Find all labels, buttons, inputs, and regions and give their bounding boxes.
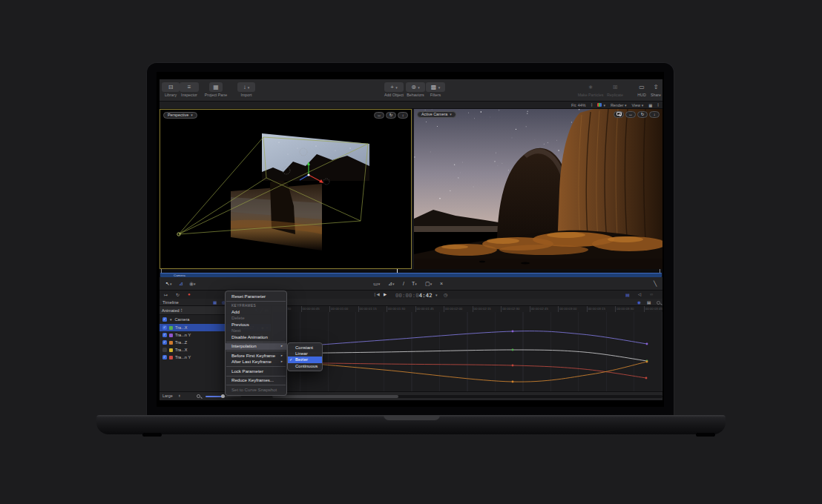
menu-separator — [226, 376, 286, 377]
menu-item-add[interactable]: Add — [226, 309, 286, 316]
filmstrip-toggle[interactable]: ▤ — [647, 300, 651, 305]
time-ruler[interactable]: 00:00:00:30 00:00:00:45 00:00:01:00 00:0… — [272, 306, 662, 312]
channels-button[interactable]: ▾ — [597, 103, 605, 107]
perspective-viewport-canvas[interactable]: Perspective▾ ↔ ↻ ↓ — [160, 109, 412, 269]
white-curve-keyframe[interactable] — [512, 349, 514, 351]
render-menu[interactable]: Render ▾ — [611, 103, 627, 107]
reset-view-button[interactable]: ↻ — [386, 112, 396, 119]
line-tool[interactable]: / — [403, 280, 404, 288]
keyframe-curve-area[interactable] — [272, 312, 662, 391]
purple-curve[interactable] — [272, 331, 647, 348]
play-button[interactable]: ▶ — [384, 292, 387, 296]
curve-scrollbar-thumb[interactable] — [272, 395, 398, 398]
animated-popup-stepper: ▴▾ — [181, 308, 183, 312]
previous-frame-button[interactable]: ❘◀ — [373, 292, 380, 296]
filters-button[interactable]: ▩ ▾ Filters — [424, 82, 447, 97]
parameter-context-menu: Reset Parameter KEYFRAMES Add Delete Pre… — [225, 291, 287, 396]
red-curve-keyframe[interactable] — [645, 377, 648, 379]
view-options-button[interactable]: ↓ — [398, 112, 408, 119]
orange-curve-keyframe[interactable] — [512, 381, 514, 383]
active-camera-viewport-canvas[interactable]: Active Camera▾ ↔ ↻ ↓ — [414, 109, 662, 269]
macbook-foot-right — [696, 433, 715, 437]
layout-stepper[interactable]: ▴▾ — [657, 103, 659, 107]
orange-curve-keyframe[interactable] — [646, 361, 648, 363]
marker-tool-icon[interactable]: ↦ — [164, 292, 168, 297]
menu-item-reset-parameter[interactable]: Reset Parameter — [226, 294, 286, 300]
menu-separator — [226, 351, 286, 351]
text-tool[interactable]: T▾ — [412, 280, 417, 288]
disclosure-triangle[interactable]: ▼ — [169, 318, 173, 322]
right-viewport-controls: ↔ ↻ ↓ — [614, 111, 660, 118]
timecode-display[interactable]: 00:00:04:42 — [395, 292, 433, 299]
timecode-menu-chevron[interactable]: ▾ — [435, 293, 438, 297]
library-icon: ⊟ — [162, 82, 180, 92]
crop-tool[interactable]: × — [440, 280, 443, 288]
right-view-selector[interactable]: Active Camera▾ — [417, 111, 456, 118]
bezier-tool[interactable]: ⊿▾ — [388, 280, 394, 288]
menu-item-disable-animation[interactable]: Disable Animation — [226, 334, 286, 341]
menu-item-reduce-keyframes[interactable]: Reduce Keyframes... — [226, 377, 286, 384]
shape-tool[interactable]: ▢▾ — [425, 280, 432, 288]
timing-display-icon[interactable]: ◷ — [444, 292, 447, 297]
fit-zoom-control[interactable]: Fit: 44% — [571, 103, 586, 107]
mask-tool[interactable]: ╲ — [654, 280, 657, 288]
view-options-button[interactable]: ↓ — [649, 111, 660, 118]
project-pane-button[interactable]: ▦ Project Pane — [200, 82, 231, 97]
hud-button[interactable]: ▭ HUD — [634, 82, 649, 97]
menu-item-after-last-keyframe[interactable]: After Last Keyframe▸ — [226, 359, 286, 365]
menu-separator — [226, 366, 286, 367]
submenu-arrow-icon: ▸ — [281, 343, 283, 350]
menu-item-lock-parameter[interactable]: Lock Parameter — [226, 368, 286, 375]
left-view-selector[interactable]: Perspective▾ — [163, 112, 197, 119]
submenu-item-bezier[interactable]: ✓Bezier — [288, 357, 322, 362]
menu-item-delete: Delete — [226, 315, 286, 322]
purple-curve-keyframe[interactable] — [646, 343, 648, 345]
loop-playback-icon[interactable]: ↻ — [176, 292, 180, 297]
submenu-item-continuous[interactable]: Continuous — [288, 363, 322, 369]
rectangle-tool[interactable]: ▭▾ — [373, 280, 380, 288]
share-button[interactable]: ⇧ Share — [649, 82, 662, 97]
import-button[interactable]: ↓ ▾ Import — [234, 82, 259, 97]
layout-button[interactable]: ▦ — [648, 103, 652, 107]
menu-separator — [226, 301, 286, 302]
white-curve[interactable] — [272, 350, 647, 361]
fit-view-button[interactable]: ↔ — [625, 111, 636, 118]
interpolation-submenu: Constant Linear ✓Bezier Continuous — [287, 342, 323, 371]
group-checkbox[interactable]: ✓ — [162, 317, 167, 322]
motion-app-window: ⊟ Library ≡ Inspector ▦ Project Pane ↓ ▾… — [160, 79, 662, 400]
show-video-tracks-icon[interactable]: ▤ — [625, 292, 630, 297]
menu-item-interpolation[interactable]: Interpolation▸ — [226, 343, 286, 350]
curve-scrollbar-track[interactable] — [272, 395, 662, 398]
record-button[interactable]: ● — [188, 292, 191, 296]
show-timeline-toggle[interactable]: ▦ — [213, 300, 217, 305]
purple-curve-keyframe[interactable] — [512, 331, 514, 333]
reset-view-button[interactable]: ↻ — [637, 111, 648, 118]
fit-view-button[interactable]: ↔ — [374, 112, 384, 119]
camera-overlay-button[interactable] — [614, 111, 624, 118]
adjust-item-tool[interactable]: ◉▾ — [189, 280, 196, 288]
menu-item-before-first-keyframe[interactable]: Before First Keyframe▸ — [226, 353, 286, 359]
viewport-status-bar: Fit: 44% ▴▾ ▾ Render ▾ View ▾ ▦ ▴▾ — [160, 102, 662, 109]
inspector-button[interactable]: ≡ Inspector — [180, 82, 199, 97]
zoom-timeline-icon — [657, 301, 660, 305]
row-size-stepper[interactable]: ▴▾ — [179, 394, 180, 398]
keyframe-visibility-toggle[interactable]: ◉ — [637, 300, 641, 305]
tab-timeline[interactable]: Timeline — [162, 300, 179, 305]
library-button[interactable]: ⊟ Library — [162, 82, 180, 97]
row-size-popup[interactable]: Large — [162, 394, 173, 398]
select-tool[interactable]: ↖▾ — [165, 280, 171, 288]
view-menu[interactable]: View ▾ — [632, 103, 644, 107]
share-icon: ⇧ — [649, 82, 662, 92]
submenu-item-linear[interactable]: Linear — [288, 351, 322, 357]
audio-mute-icon[interactable]: ◁ — [638, 292, 641, 296]
red-curve-keyframe[interactable] — [512, 365, 514, 367]
edit-points-tool[interactable]: ⊿ — [179, 280, 183, 288]
inspector-icon: ≡ — [180, 82, 199, 92]
menu-item-previous[interactable]: Previous — [226, 322, 286, 328]
filters-icon: ▩ ▾ — [426, 82, 445, 92]
timeline-zoom-slider[interactable] — [206, 396, 241, 397]
zoom-out-icon[interactable] — [197, 394, 200, 399]
submenu-item-constant[interactable]: Constant — [288, 345, 322, 351]
main-toolbar: ⊟ Library ≡ Inspector ▦ Project Pane ↓ ▾… — [160, 79, 662, 102]
fit-stepper[interactable]: ▴▾ — [591, 103, 593, 107]
